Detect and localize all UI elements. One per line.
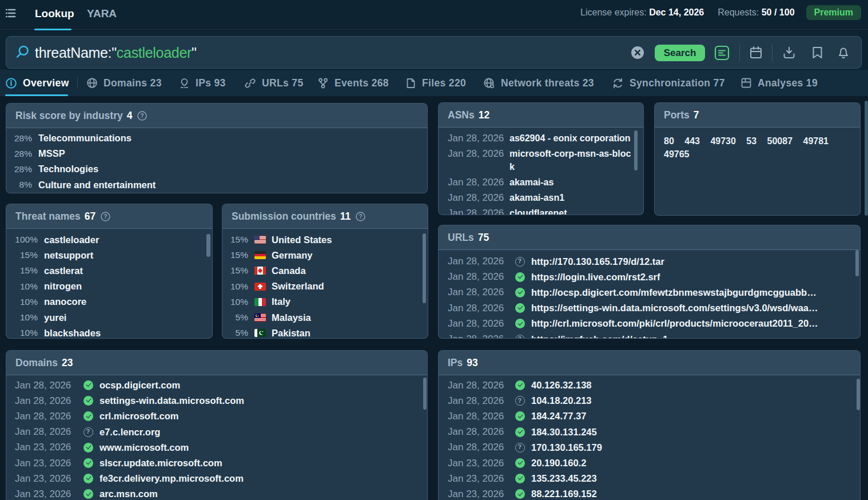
- svg-text:?: ?: [104, 213, 107, 220]
- svg-text:?: ?: [141, 113, 144, 119]
- svg-text:?: ?: [359, 213, 363, 220]
